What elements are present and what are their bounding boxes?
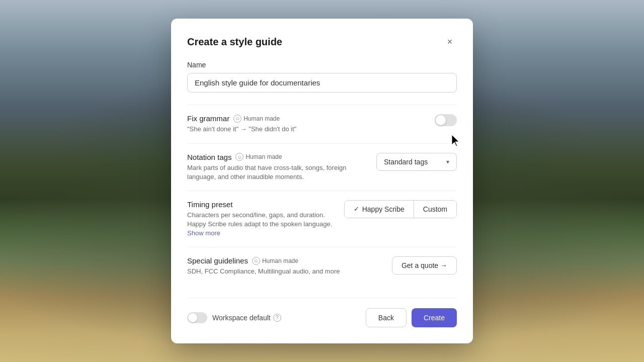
- fix-grammar-title: Fix grammar: [187, 114, 229, 123]
- modal-title: Create a style guide: [187, 36, 282, 48]
- notation-tags-title-row: Notation tags ☺ Human made: [187, 153, 368, 161]
- check-icon: ✓: [354, 205, 359, 213]
- create-button[interactable]: Create: [412, 308, 457, 327]
- modal-header: Create a style guide ×: [187, 35, 457, 49]
- preset-custom-label: Custom: [423, 205, 447, 213]
- human-made-icon-grammar: ☺: [233, 115, 242, 123]
- fix-grammar-section: Fix grammar ☺ Human made "She ain't done…: [187, 105, 457, 143]
- notation-tags-dropdown[interactable]: Standard tags ▾: [376, 153, 457, 171]
- notation-tags-desc: Mark parts of audio that have cross-talk…: [187, 163, 368, 182]
- get-a-quote-button[interactable]: Get a quote →: [392, 256, 457, 275]
- timing-preset-desc: Characters per second/line, gaps, and du…: [187, 211, 336, 238]
- special-guidelines-right: Get a quote →: [392, 256, 457, 275]
- special-guidelines-title: Special guidelines: [187, 256, 248, 265]
- timing-preset-title-row: Timing preset: [187, 200, 336, 209]
- human-made-icon-special: ☺: [252, 257, 260, 265]
- notation-tags-right: Standard tags ▾: [376, 153, 457, 171]
- fix-grammar-toggle-track[interactable]: [435, 114, 457, 126]
- footer-buttons: Back Create: [366, 308, 457, 327]
- timing-preset-right: ✓ Happy Scribe Custom: [344, 200, 457, 218]
- special-guidelines-desc: SDH, FCC Compliance, Multilingual audio,…: [187, 267, 384, 276]
- timing-preset-section: Timing preset Characters per second/line…: [187, 191, 457, 247]
- timing-preset-group: ✓ Happy Scribe Custom: [344, 200, 457, 218]
- show-more-link[interactable]: Show more: [187, 229, 220, 237]
- fix-grammar-title-row: Fix grammar ☺ Human made: [187, 114, 427, 123]
- fix-grammar-badge-label: Human made: [244, 115, 280, 122]
- preset-happy-scribe-button[interactable]: ✓ Happy Scribe: [345, 201, 414, 218]
- modal-footer: Workspace default ? Back Create: [187, 298, 457, 327]
- fix-grammar-badge: ☺ Human made: [233, 115, 280, 123]
- info-icon[interactable]: ?: [273, 314, 281, 322]
- close-button[interactable]: ×: [443, 35, 457, 49]
- fix-grammar-desc: "She ain't done it" → "She didn't do it": [187, 125, 427, 134]
- modal-backdrop: Create a style guide × Name Fix grammar …: [0, 0, 644, 362]
- special-guidelines-section: Special guidelines ☺ Human made SDH, FCC…: [187, 247, 457, 285]
- human-made-icon-notation: ☺: [235, 153, 244, 161]
- special-guidelines-title-row: Special guidelines ☺ Human made: [187, 256, 384, 265]
- special-guidelines-badge: ☺ Human made: [252, 257, 298, 265]
- fix-grammar-toggle-thumb: [436, 115, 446, 125]
- timing-preset-left: Timing preset Characters per second/line…: [187, 200, 344, 238]
- workspace-default-toggle[interactable]: [187, 312, 207, 323]
- chevron-down-icon: ▾: [446, 158, 449, 165]
- notation-tags-badge-label: Human made: [246, 153, 282, 160]
- fix-grammar-toggle[interactable]: [435, 114, 457, 126]
- workspace-default-label: Workspace default ?: [212, 314, 281, 322]
- workspace-default-area: Workspace default ?: [187, 312, 281, 323]
- preset-custom-button[interactable]: Custom: [414, 201, 456, 218]
- fix-grammar-left: Fix grammar ☺ Human made "She ain't done…: [187, 114, 435, 134]
- modal-container: Create a style guide × Name Fix grammar …: [171, 19, 473, 343]
- timing-preset-desc-text: Characters per second/line, gaps, and du…: [187, 211, 332, 228]
- timing-preset-title: Timing preset: [187, 200, 232, 209]
- notation-tags-left: Notation tags ☺ Human made Mark parts of…: [187, 153, 376, 182]
- notation-tags-dropdown-value: Standard tags: [384, 158, 428, 166]
- special-guidelines-badge-label: Human made: [262, 257, 298, 264]
- back-button[interactable]: Back: [366, 308, 407, 327]
- notation-tags-title: Notation tags: [187, 153, 231, 161]
- notation-tags-section: Notation tags ☺ Human made Mark parts of…: [187, 143, 457, 191]
- preset-happy-scribe-label: Happy Scribe: [362, 205, 405, 213]
- workspace-default-toggle-thumb: [188, 313, 197, 322]
- name-input[interactable]: [187, 73, 457, 93]
- special-guidelines-left: Special guidelines ☺ Human made SDH, FCC…: [187, 256, 392, 276]
- fix-grammar-right: [435, 114, 457, 126]
- name-field-label: Name: [187, 61, 457, 69]
- workspace-default-text: Workspace default: [212, 314, 271, 322]
- notation-tags-badge: ☺ Human made: [235, 153, 282, 161]
